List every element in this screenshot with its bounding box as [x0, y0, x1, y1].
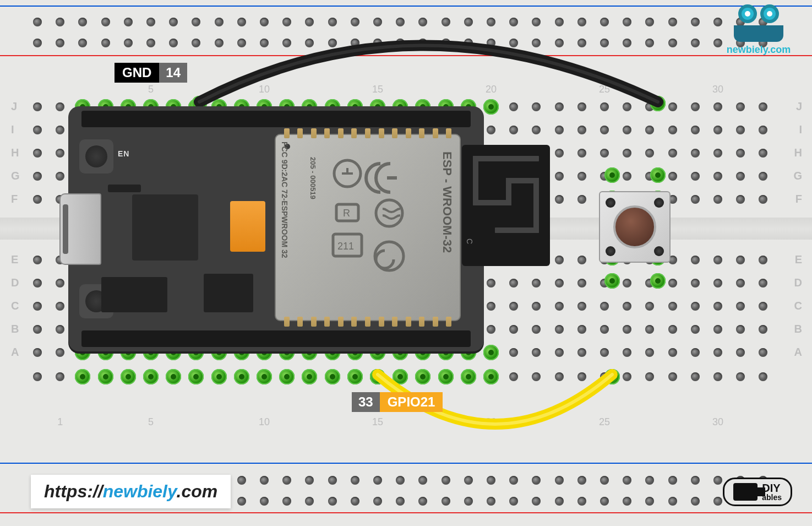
rail-bottom-blue — [0, 463, 812, 464]
site-url-prefix: https:// — [44, 481, 103, 501]
rail-top-red — [0, 55, 812, 56]
logo-diyables: DIY ables — [723, 478, 792, 506]
label-gnd-name: GND — [115, 63, 159, 83]
label-gpio21: 33 GPIO21 — [352, 392, 443, 412]
site-url-suffix: .com — [177, 481, 218, 501]
esp32-board: EN IO0 ESP - WROOM-32 FCC 9D:2AC 72-ESPW… — [68, 106, 484, 351]
label-gpio21-pin: 33 — [352, 392, 380, 412]
smd-block — [204, 274, 253, 312]
logo-newbiely: newbiely.com — [723, 4, 794, 56]
usb-port — [59, 193, 101, 265]
shield-fcc-label: FCC 9D:2AC 72-ESPWROOM 32 — [280, 142, 289, 258]
owl-body-icon — [734, 25, 783, 42]
svg-text:211: 211 — [337, 241, 354, 252]
main-mcu-chip — [132, 194, 198, 261]
certification-icons: R 211 — [325, 151, 419, 306]
smd-small — [108, 185, 141, 192]
tactile-pushbutton — [599, 191, 671, 263]
pin-header-top — [81, 111, 471, 127]
svg-point-3 — [376, 200, 402, 226]
voltage-regulator — [101, 277, 167, 312]
pin-header-bottom — [81, 330, 471, 347]
diyables-icon — [733, 483, 757, 501]
pcb-antenna: C — [462, 145, 550, 266]
shield-model-code: 205 - 000519 — [309, 157, 317, 199]
shield-model-label: ESP - WROOM-32 — [440, 151, 454, 253]
antenna-c-marker: C — [465, 238, 474, 244]
site-url-brand: newbiely — [103, 481, 177, 501]
label-gnd-pin: 14 — [159, 63, 187, 83]
logo-newbiely-text: newbiely.com — [723, 44, 794, 56]
label-gpio21-name: GPIO21 — [380, 392, 443, 412]
svg-text:R: R — [343, 208, 350, 219]
owl-eyes-icon — [723, 4, 794, 23]
rail-bottom-red — [0, 512, 812, 513]
esp-wroom-shield: ESP - WROOM-32 FCC 9D:2AC 72-ESPWROOM 32… — [275, 134, 461, 321]
label-gnd: GND 14 — [115, 63, 187, 83]
breadboard-diagram: 51015202530151015202530 JJIIHHGGFFEEDDCC… — [0, 0, 812, 526]
en-button — [79, 139, 113, 173]
rail-top-blue — [0, 6, 812, 7]
capacitor — [230, 201, 265, 252]
site-url: https://newbiely.com — [31, 475, 231, 508]
en-button-label: EN — [118, 149, 129, 158]
